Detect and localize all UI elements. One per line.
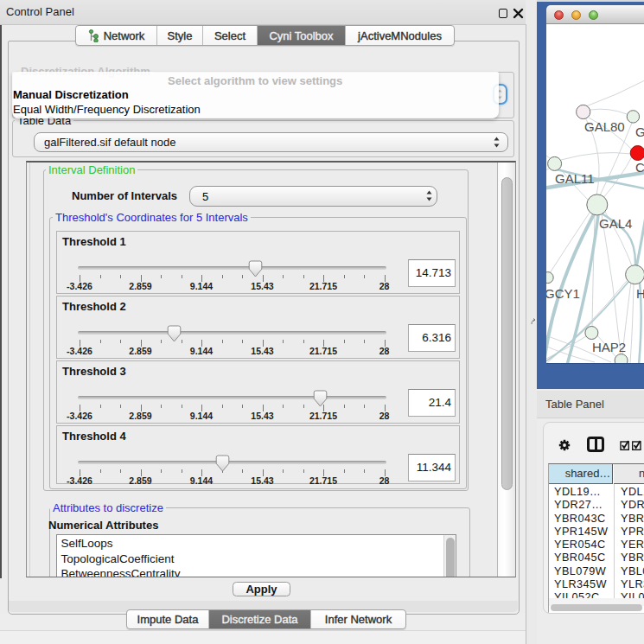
svg-text:GCY1: GCY1 (546, 286, 580, 301)
svg-text:GAL4: GAL4 (599, 216, 632, 231)
svg-text:CD: CD (635, 160, 644, 175)
svg-text:GA: GA (635, 124, 644, 139)
svg-text:HAP2: HAP2 (592, 340, 626, 354)
svg-text:GAL11: GAL11 (555, 171, 595, 186)
svg-text:GAL80: GAL80 (584, 119, 625, 134)
svg-text:HI: HI (636, 286, 644, 301)
